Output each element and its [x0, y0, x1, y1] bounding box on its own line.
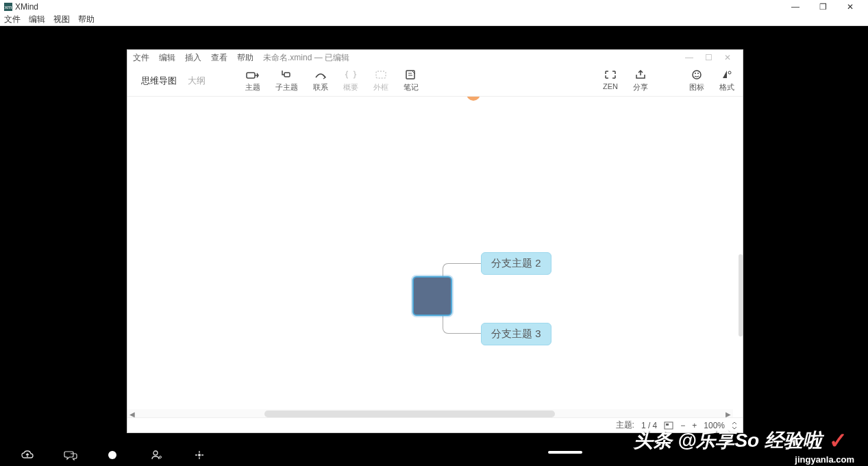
toolbar: 思维导图 大纲 主题 子主题 联系 概要 外框: [127, 65, 743, 97]
svg-rect-9: [666, 424, 669, 426]
inner-menu-edit[interactable]: 编辑: [159, 52, 175, 64]
format-label: 格式: [719, 82, 734, 93]
topic-button[interactable]: 主题: [245, 69, 260, 93]
subtopic-icon: [280, 69, 294, 81]
outer-menu-help[interactable]: 帮助: [78, 14, 95, 25]
person-icon[interactable]: [150, 450, 162, 462]
share-button[interactable]: 分享: [633, 69, 648, 93]
markers-button[interactable]: 图标: [689, 69, 704, 93]
svg-point-7: [728, 71, 731, 74]
central-topic[interactable]: [412, 276, 452, 316]
summary-label: 概要: [343, 82, 358, 93]
app-title: XMind: [15, 2, 38, 12]
notes-button[interactable]: 笔记: [404, 69, 419, 93]
topic-label: 主题: [245, 82, 260, 93]
zen-icon: [604, 69, 617, 81]
svg-point-11: [153, 451, 158, 455]
window-handle-indicator: [548, 451, 582, 454]
svg-point-5: [695, 73, 696, 74]
target-icon[interactable]: [193, 450, 206, 462]
inner-window: 文件 编辑 插入 查看 帮助 未命名.xmind — 已编辑 — ☐ ✕ 思维导…: [127, 49, 743, 433]
svg-point-10: [108, 451, 116, 459]
topic-count-label: 主题:: [616, 419, 634, 431]
inner-menu-file[interactable]: 文件: [133, 52, 149, 64]
relationship-label: 联系: [313, 82, 328, 93]
svg-rect-0: [247, 73, 255, 78]
vertical-scrollbar[interactable]: [739, 254, 743, 336]
circle-icon[interactable]: [107, 450, 119, 462]
relationship-button[interactable]: 联系: [313, 69, 328, 93]
notes-icon: [404, 69, 418, 81]
outer-maximize-button[interactable]: ❐: [809, 2, 836, 12]
watermark-check-icon: ✓: [829, 428, 847, 454]
topic-icon: [246, 69, 260, 81]
zen-button[interactable]: ZEN: [603, 69, 618, 93]
format-button[interactable]: 格式: [719, 69, 734, 93]
watermark-url: jingyanla.com: [795, 454, 854, 465]
svg-point-13: [198, 454, 201, 456]
inner-maximize-button[interactable]: ☐: [699, 53, 718, 62]
inner-close-button[interactable]: ✕: [718, 53, 737, 62]
outer-menu-view[interactable]: 视图: [53, 14, 70, 25]
tab-outline[interactable]: 大纲: [182, 72, 211, 90]
share-icon: [634, 69, 647, 81]
watermark: 头条 @乐享So 经验啦 ✓: [634, 428, 847, 454]
tab-mindmap[interactable]: 思维导图: [136, 72, 182, 90]
branch-topic-2[interactable]: 分支主题 2: [481, 252, 551, 275]
inner-menu-insert[interactable]: 插入: [185, 52, 201, 64]
summary-button[interactable]: 概要: [343, 69, 358, 93]
boundary-label: 外框: [373, 82, 388, 93]
markers-label: 图标: [689, 82, 704, 93]
outer-menu-edit[interactable]: 编辑: [29, 14, 45, 25]
markers-icon: [690, 69, 704, 81]
format-icon: [720, 69, 734, 81]
inner-menu-view[interactable]: 查看: [211, 52, 227, 64]
inner-title-bar: 文件 编辑 插入 查看 帮助 未命名.xmind — 已编辑 — ☐ ✕: [127, 50, 743, 65]
svg-point-4: [693, 71, 701, 79]
subtopic-label: 子主题: [275, 82, 298, 93]
outer-menu-bar: 文件 编辑 视图 帮助: [0, 14, 868, 26]
svg-point-6: [697, 73, 699, 74]
zen-label: ZEN: [603, 82, 618, 90]
svg-rect-1: [284, 73, 290, 77]
svg-rect-2: [376, 71, 386, 78]
notes-label: 笔记: [404, 82, 419, 93]
boundary-icon: [374, 69, 388, 81]
outer-minimize-button[interactable]: —: [782, 2, 809, 12]
inner-minimize-button[interactable]: —: [680, 53, 699, 62]
notification-indicator: [467, 97, 480, 101]
document-title: 未命名.xmind — 已编辑: [263, 52, 349, 64]
outer-close-button[interactable]: ✕: [836, 2, 864, 12]
svg-point-12: [160, 456, 162, 458]
summary-icon: [344, 69, 358, 81]
watermark-text: 头条 @乐享So 经验啦: [634, 428, 822, 454]
boundary-button[interactable]: 外框: [373, 69, 388, 93]
share-label: 分享: [633, 82, 648, 93]
app-logo: xm: [4, 3, 12, 11]
relationship-icon: [314, 69, 327, 81]
subtopic-button[interactable]: 子主题: [275, 69, 298, 93]
scroll-thumb[interactable]: [264, 410, 555, 417]
branch-topic-3[interactable]: 分支主题 3: [481, 323, 551, 345]
outer-menu-file[interactable]: 文件: [4, 14, 21, 25]
inner-menu-help[interactable]: 帮助: [237, 52, 253, 64]
outer-title-bar: xm XMind — ❐ ✕: [0, 0, 868, 14]
mindmap-canvas[interactable]: 分支主题 2 分支主题 3 ◀ ▶: [127, 97, 743, 419]
chat-icon[interactable]: [64, 450, 76, 462]
cloud-icon[interactable]: [21, 450, 33, 462]
